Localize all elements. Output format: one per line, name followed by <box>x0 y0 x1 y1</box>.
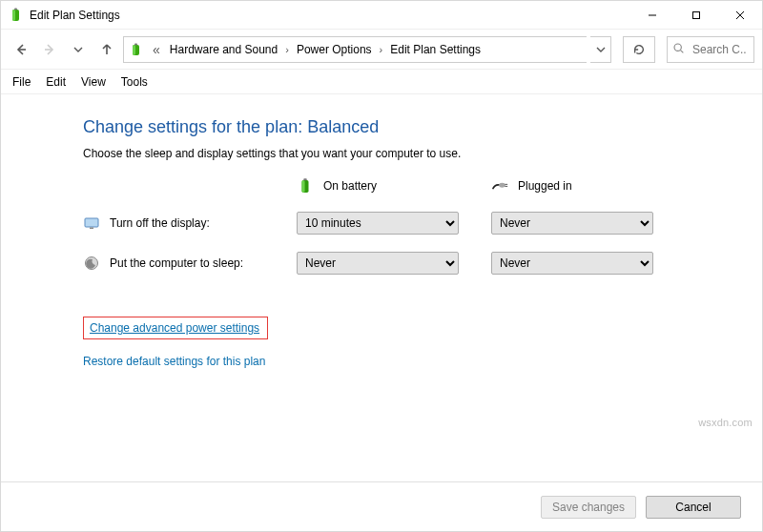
close-button[interactable] <box>718 1 762 30</box>
breadcrumb-dropdown[interactable] <box>590 36 611 63</box>
svg-rect-10 <box>133 45 135 55</box>
svg-rect-16 <box>303 178 307 180</box>
change-advanced-link[interactable]: Change advanced power settings <box>90 321 259 335</box>
breadcrumb-item[interactable]: Power Options <box>295 43 374 56</box>
row-display-label: Turn off the display: <box>83 215 274 232</box>
svg-rect-15 <box>302 180 305 193</box>
chevron-right-icon[interactable]: › <box>283 44 291 55</box>
menu-view[interactable]: View <box>81 75 106 89</box>
cancel-button[interactable]: Cancel <box>646 496 741 519</box>
column-header-battery: On battery <box>297 177 468 194</box>
watermark: wsxdn.com <box>698 417 753 428</box>
sleep-plugged-select[interactable]: Never <box>491 252 653 275</box>
nav-row: « Hardware and Sound › Power Options › E… <box>1 30 762 70</box>
window: Edit Plan Settings <box>0 0 763 532</box>
svg-rect-11 <box>134 43 137 45</box>
chevron-left-double-icon[interactable]: « <box>149 42 164 57</box>
settings-grid: On battery Plugged in <box>83 177 762 275</box>
menu-file[interactable]: File <box>12 75 31 89</box>
svg-rect-4 <box>693 11 700 18</box>
svg-rect-1 <box>12 10 15 21</box>
row-display-text: Turn off the display: <box>110 216 210 230</box>
save-button[interactable]: Save changes <box>541 496 636 519</box>
search-icon <box>672 42 685 57</box>
svg-rect-21 <box>90 228 93 230</box>
search-input[interactable] <box>691 42 749 57</box>
recent-locations-button[interactable] <box>66 37 91 62</box>
breadcrumb-icon <box>128 41 145 58</box>
refresh-button[interactable] <box>623 36 655 63</box>
svg-rect-20 <box>85 218 98 227</box>
restore-defaults-link[interactable]: Restore default settings for this plan <box>83 355 265 368</box>
battery-icon <box>297 177 314 194</box>
links: Change advanced power settings Restore d… <box>83 317 762 368</box>
chevron-right-icon[interactable]: › <box>378 44 385 55</box>
window-title: Edit Plan Settings <box>30 9 120 22</box>
page-title: Change settings for the plan: Balanced <box>83 117 762 137</box>
up-button[interactable] <box>94 37 119 62</box>
maximize-button[interactable] <box>674 1 718 30</box>
page-subtitle: Choose the sleep and display settings th… <box>83 147 762 160</box>
titlebar: Edit Plan Settings <box>1 1 762 30</box>
plug-icon <box>491 177 508 194</box>
menu-tools[interactable]: Tools <box>121 75 148 89</box>
display-plugged-select[interactable]: Never <box>491 212 653 235</box>
row-sleep-text: Put the computer to sleep: <box>110 256 243 270</box>
minimize-button[interactable] <box>630 1 674 30</box>
column-header-plugged: Plugged in <box>491 177 663 194</box>
content: Change settings for the plan: Balanced C… <box>1 94 762 481</box>
svg-point-12 <box>674 44 681 51</box>
footer: Save changes Cancel <box>1 481 762 531</box>
svg-rect-2 <box>14 8 17 10</box>
column-header-battery-label: On battery <box>323 179 377 193</box>
sleep-icon <box>83 255 100 272</box>
breadcrumb[interactable]: « Hardware and Sound › Power Options › E… <box>123 36 587 63</box>
row-sleep-label: Put the computer to sleep: <box>83 255 274 272</box>
sleep-battery-select[interactable]: Never <box>297 252 459 275</box>
svg-point-17 <box>499 183 505 188</box>
advanced-link-highlight: Change advanced power settings <box>83 317 268 339</box>
display-battery-select[interactable]: 10 minutes <box>297 212 459 235</box>
menubar: File Edit View Tools <box>1 70 762 94</box>
breadcrumb-item[interactable]: Edit Plan Settings <box>388 43 483 56</box>
search-box[interactable] <box>667 36 754 63</box>
forward-button[interactable] <box>37 37 62 62</box>
display-icon <box>83 215 100 232</box>
svg-line-13 <box>681 50 684 52</box>
window-controls <box>630 1 762 30</box>
menu-edit[interactable]: Edit <box>46 75 66 89</box>
breadcrumb-item[interactable]: Hardware and Sound <box>168 43 279 56</box>
back-button[interactable] <box>9 37 33 62</box>
column-header-plugged-label: Plugged in <box>518 179 572 193</box>
app-icon <box>9 8 24 23</box>
